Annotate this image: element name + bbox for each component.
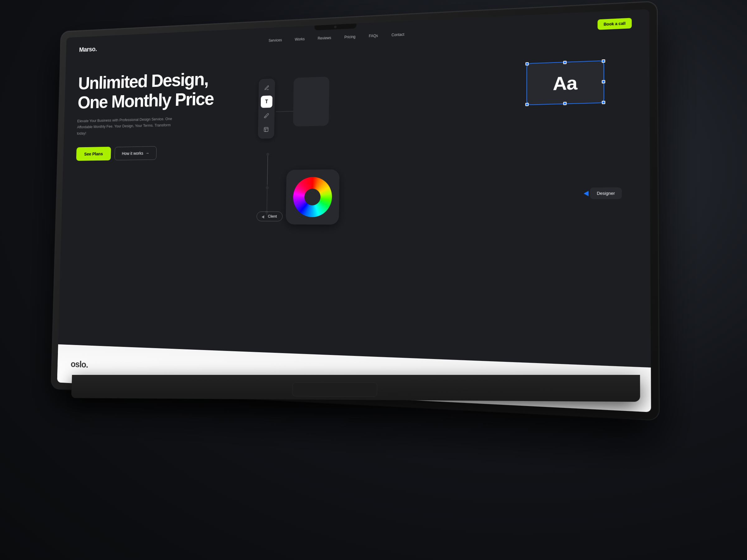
hero-title: Unlimited Design, One Monthly Price bbox=[77, 68, 242, 112]
svg-point-4 bbox=[266, 153, 269, 156]
trackpad bbox=[292, 382, 377, 397]
color-wheel bbox=[293, 177, 332, 217]
environment: Marso. Services Works Reviews Pricing FA… bbox=[0, 0, 747, 560]
typography-panel: Aa bbox=[526, 60, 604, 105]
svg-rect-7 bbox=[264, 127, 268, 131]
handle-tl bbox=[525, 62, 529, 65]
laptop-screen: Marso. Services Works Reviews Pricing FA… bbox=[57, 9, 651, 412]
laptop-base bbox=[71, 375, 640, 402]
handle-br bbox=[602, 101, 606, 104]
toolbar-text[interactable]: T bbox=[261, 96, 273, 108]
color-wheel-center bbox=[304, 189, 321, 205]
toolbar-brush[interactable] bbox=[260, 109, 272, 122]
handle-tc bbox=[563, 61, 567, 64]
laptop-lid: Marso. Services Works Reviews Pricing FA… bbox=[51, 2, 659, 420]
hero-section: Unlimited Design, One Monthly Price Elev… bbox=[60, 26, 650, 294]
client-badge: Client bbox=[256, 212, 283, 221]
oslo-logo: oslo. bbox=[71, 359, 88, 370]
nav-link-faqs[interactable]: FAQs bbox=[369, 34, 378, 38]
handle-bl bbox=[525, 103, 529, 106]
hero-left: Unlimited Design, One Monthly Price Elev… bbox=[73, 59, 242, 285]
hero-buttons: See Plans How it works → bbox=[76, 145, 240, 161]
client-pointer-icon bbox=[262, 214, 265, 218]
hero-right: T bbox=[244, 43, 633, 293]
designer-badge: Designer bbox=[590, 187, 622, 199]
handle-tr bbox=[602, 59, 605, 63]
webcam-dot bbox=[334, 26, 337, 28]
see-plans-button[interactable]: See Plans bbox=[76, 147, 111, 161]
color-wheel-panel bbox=[286, 169, 340, 224]
website-container: Marso. Services Works Reviews Pricing FA… bbox=[57, 9, 651, 412]
how-it-works-button[interactable]: How it works → bbox=[114, 146, 157, 160]
toolbar-pen[interactable] bbox=[261, 81, 273, 94]
handle-bc bbox=[563, 102, 567, 105]
svg-point-5 bbox=[266, 186, 269, 189]
hero-subtitle: Elevate Your Business with Professional … bbox=[77, 115, 179, 137]
canvas-panel-top bbox=[293, 77, 330, 126]
toolbar-layout[interactable] bbox=[260, 123, 272, 136]
svg-line-2 bbox=[267, 154, 268, 185]
designer-arrow-icon bbox=[584, 191, 588, 196]
design-toolbar: T bbox=[258, 78, 275, 138]
handle-rc bbox=[602, 80, 605, 83]
